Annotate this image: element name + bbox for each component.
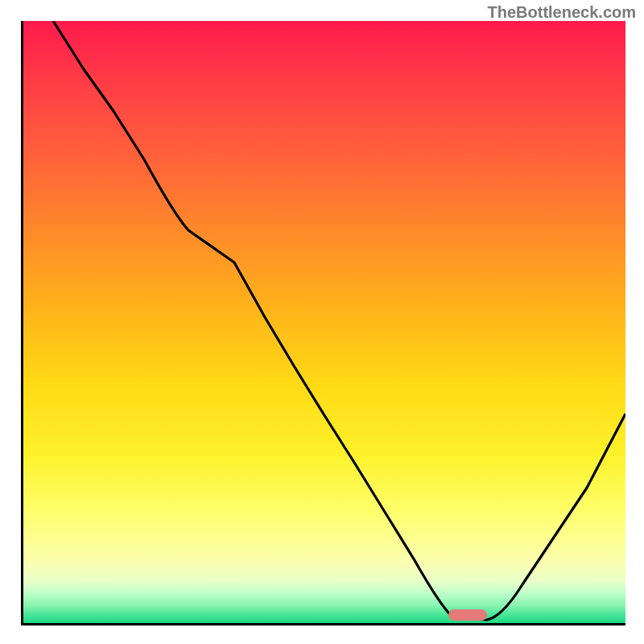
chart-plot-area — [21, 21, 625, 625]
chart-line-svg — [23, 21, 625, 623]
bottleneck-curve-path — [53, 21, 625, 620]
watermark-text: TheBottleneck.com — [488, 3, 636, 22]
optimal-marker — [448, 609, 487, 621]
